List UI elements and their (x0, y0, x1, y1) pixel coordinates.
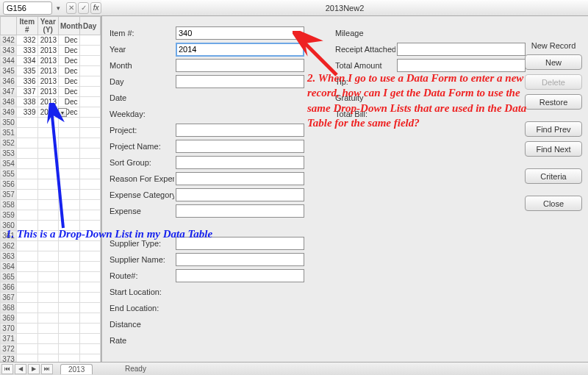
cell-day[interactable] (79, 97, 101, 107)
find-prev-button[interactable]: Find Prev (525, 121, 582, 137)
cell-year[interactable]: 2013 (37, 56, 59, 66)
field-input[interactable] (176, 26, 304, 40)
fx-icon[interactable]: fx (90, 2, 101, 14)
cell-day[interactable] (79, 107, 101, 118)
row-header[interactable]: 359 (1, 210, 17, 221)
cell-day[interactable] (79, 56, 101, 66)
row-header[interactable]: 343 (1, 46, 17, 56)
row-header[interactable]: 362 (1, 241, 17, 251)
row-header[interactable]: 369 (1, 313, 17, 324)
table-row[interactable]: 372 (1, 344, 101, 354)
row-header[interactable]: 350 (1, 118, 17, 128)
table-row[interactable]: 358 (1, 200, 101, 210)
row-header[interactable]: 367 (1, 293, 17, 303)
cell-item[interactable]: 339 (17, 107, 38, 118)
table-row[interactable]: 365 (1, 272, 101, 282)
field-input[interactable] (176, 43, 304, 57)
cell-item[interactable]: 336 (17, 76, 38, 87)
row-header[interactable]: 346 (1, 76, 17, 87)
table-row[interactable]: 371 (1, 334, 101, 344)
table-row[interactable]: 3463362013Dec (1, 76, 101, 87)
close-button[interactable]: Close (525, 196, 582, 211)
row-header[interactable]: 357 (1, 190, 17, 200)
row-header[interactable]: 356 (1, 179, 17, 190)
row-header[interactable]: 354 (1, 159, 17, 169)
table-row[interactable]: 352 (1, 138, 101, 149)
cell-year[interactable]: 2013 (37, 66, 59, 76)
row-header[interactable]: 348 (1, 97, 17, 107)
field-input[interactable] (176, 188, 304, 201)
table-row[interactable]: 370 (1, 324, 101, 334)
field-input[interactable] (176, 204, 304, 218)
worksheet-grid[interactable]: Item # Year (Y) Month Day 3423322013Dec3… (0, 16, 101, 362)
cell-year[interactable]: 2013 (37, 35, 59, 46)
field-input[interactable] (176, 75, 304, 88)
table-row[interactable]: 357 (1, 190, 101, 200)
row-header[interactable]: 353 (1, 149, 17, 159)
row-header[interactable]: 371 (1, 334, 17, 344)
table-row[interactable]: 363 (1, 251, 101, 262)
row-header[interactable]: 351 (1, 128, 17, 138)
row-header[interactable]: 363 (1, 251, 17, 262)
cancel-formula-icon[interactable]: ✕ (66, 2, 77, 14)
cell-item[interactable]: 333 (17, 46, 38, 56)
cell-month[interactable]: Dec (59, 46, 80, 56)
cell-day[interactable] (79, 87, 101, 97)
accept-formula-icon[interactable]: ✓ (78, 2, 89, 14)
cell-month[interactable]: Dec (59, 56, 80, 66)
field-input[interactable] (176, 140, 304, 153)
name-box-dropdown-icon[interactable]: ▾ (57, 4, 60, 12)
cell-year[interactable]: 2013 (37, 46, 59, 56)
field-input[interactable] (176, 156, 304, 169)
cell-item[interactable]: 337 (17, 87, 38, 97)
cell-item[interactable]: 338 (17, 97, 38, 107)
new-button[interactable]: New (525, 54, 582, 70)
row-header[interactable]: 352 (1, 138, 17, 149)
table-row[interactable]: 353 (1, 149, 101, 159)
table-row[interactable]: 366 (1, 282, 101, 293)
table-row[interactable]: 367 (1, 293, 101, 303)
table-row[interactable]: 359 (1, 210, 101, 221)
cell-month[interactable]: Dec (59, 76, 80, 87)
cell-item[interactable]: 332 (17, 35, 38, 46)
row-header[interactable]: 345 (1, 66, 17, 76)
table-row[interactable]: 3443342013Dec (1, 56, 101, 66)
sheet-nav-last-icon[interactable]: ⏭ (41, 364, 53, 374)
cell-month[interactable]: Dec (59, 97, 80, 107)
table-row[interactable]: 362 (1, 241, 101, 251)
table-row[interactable]: 3493392013▼Dec (1, 107, 101, 118)
row-header[interactable]: 349 (1, 107, 17, 118)
table-row[interactable]: 3453352013Dec (1, 66, 101, 76)
row-header[interactable]: 342 (1, 35, 17, 46)
row-header[interactable]: 344 (1, 56, 17, 66)
cell-month[interactable]: Dec (59, 87, 80, 97)
name-box[interactable]: G156 (3, 1, 52, 15)
table-row[interactable]: 3433332013Dec (1, 46, 101, 56)
table-row[interactable]: 368 (1, 303, 101, 313)
sheet-nav-prev-icon[interactable]: ◀ (15, 364, 26, 374)
table-row[interactable]: 356 (1, 179, 101, 190)
restore-button[interactable]: Restore (525, 94, 582, 110)
cell-year[interactable]: 2013 (37, 97, 59, 107)
cell-day[interactable] (79, 35, 101, 46)
field-input[interactable] (176, 172, 304, 185)
row-header[interactable]: 347 (1, 87, 17, 97)
table-row[interactable]: 3483382013Dec (1, 97, 101, 107)
row-header[interactable]: 365 (1, 272, 17, 282)
criteria-button[interactable]: Criteria (525, 168, 582, 184)
sheet-nav-first-icon[interactable]: ⏮ (1, 364, 13, 374)
table-row[interactable]: 3423322013Dec (1, 35, 101, 46)
cell-month[interactable]: Dec (59, 35, 80, 46)
row-header[interactable]: 355 (1, 169, 17, 179)
cell-day[interactable] (79, 66, 101, 76)
table-row[interactable]: 351 (1, 128, 101, 138)
cell-item[interactable]: 335 (17, 66, 38, 76)
dropdown-toggle-icon[interactable]: ▼ (58, 108, 67, 117)
cell-item[interactable]: 334 (17, 56, 38, 66)
field-input[interactable] (176, 269, 304, 282)
table-row[interactable]: 355 (1, 169, 101, 179)
find-next-button[interactable]: Find Next (525, 141, 582, 157)
table-row[interactable]: 350 (1, 118, 101, 128)
row-header[interactable]: 370 (1, 324, 17, 334)
field-input[interactable] (397, 43, 526, 56)
